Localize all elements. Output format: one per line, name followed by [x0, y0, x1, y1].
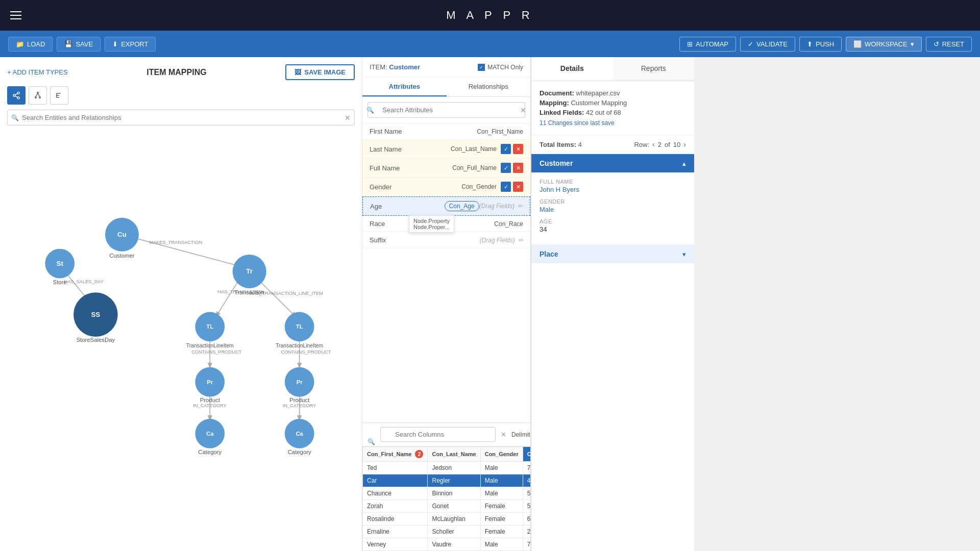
cell-gender: Male: [480, 487, 523, 500]
svg-point-7: [39, 97, 41, 98]
suffix-drag-placeholder: (Drag Fields) ✏: [480, 237, 523, 244]
total-items-text: Total Items:: [540, 141, 576, 148]
app-title: M A P P R: [446, 9, 533, 22]
firstname-badge: 2: [415, 450, 423, 458]
export-button[interactable]: ⬇ EXPORT: [105, 37, 156, 52]
hamburger-menu[interactable]: [10, 11, 21, 19]
right-tabs: Details Reports: [531, 57, 694, 81]
save-button[interactable]: 💾 SAVE: [57, 37, 101, 52]
table-row: Ted Jedson Male 72 7/29/93: [363, 462, 531, 474]
validate-button[interactable]: ✓ VALIDATE: [740, 37, 795, 52]
cell-gender: Male: [480, 538, 523, 551]
columns-search-input[interactable]: [380, 427, 496, 442]
columns-search-icon: 🔍: [368, 438, 375, 445]
columns-search-clear[interactable]: ✕: [501, 431, 506, 438]
svg-text:Tr: Tr: [246, 267, 253, 275]
attributes-list: First Name Con_First_Name Last Name Con_…: [362, 123, 530, 422]
table-row-selected: Car Regler Male 48 12/23/88: [363, 474, 531, 487]
details-content: Document: whitepaper.csv Mapping: Custom…: [531, 81, 694, 135]
of-label: of: [665, 141, 670, 148]
next-row-button[interactable]: ›: [683, 140, 686, 148]
entity-search-input[interactable]: [7, 110, 355, 126]
right-panel: Details Reports Document: whitepaper.csv…: [531, 57, 694, 551]
suffix-edit-icon[interactable]: ✏: [518, 237, 523, 244]
attr-search-clear[interactable]: ✕: [520, 106, 526, 114]
attributes-search-input[interactable]: [368, 102, 525, 118]
row-nav: Row: ‹ 2 of 10 ›: [634, 140, 686, 148]
hierarchy-icon-btn[interactable]: [29, 86, 47, 105]
fullname-label: Full Name: [540, 179, 686, 185]
match-only-checkbox[interactable]: ✓: [478, 64, 485, 71]
attr-name-gender: Gender: [370, 183, 461, 191]
svg-point-6: [35, 97, 37, 98]
main-content: + ADD ITEM TYPES ITEM MAPPING 🖼 SAVE IMA…: [0, 57, 980, 551]
cell-age: 58: [523, 487, 530, 500]
add-item-types-link[interactable]: + ADD ITEM TYPES: [7, 68, 68, 76]
attr-row-firstname: First Name Con_First_Name: [362, 123, 530, 140]
search-clear-icon[interactable]: ✕: [345, 114, 351, 122]
con-age-chip: Con_Age: [445, 201, 479, 211]
cell-age: 72: [523, 538, 530, 551]
svg-text:Product: Product: [289, 397, 310, 403]
tab-reports[interactable]: Reports: [613, 57, 695, 81]
customer-section: Customer Full Name John H Byers Gender M…: [531, 154, 694, 245]
place-chevron-icon: [682, 251, 686, 258]
validate-label: VALIDATE: [756, 40, 788, 48]
tab-attributes[interactable]: Attributes: [362, 78, 447, 96]
svg-point-0: [17, 92, 19, 94]
mapping-value: Customer Mapping: [571, 99, 627, 107]
attr-check-lastname[interactable]: ✓: [501, 144, 511, 154]
age-value: 34: [540, 226, 686, 233]
save-image-button[interactable]: 🖼 SAVE IMAGE: [285, 64, 355, 80]
columns-table: Con_First_Name 2 Con_Last_Name Con_Gende…: [362, 446, 530, 551]
cell-first: Ted: [363, 462, 428, 474]
match-only-label: MATCH Only: [487, 64, 523, 71]
svg-text:IN_CATEGORY: IN_CATEGORY: [283, 403, 316, 408]
cell-age: 54: [523, 500, 530, 513]
tooltip-line2: Node.Proper...: [413, 224, 450, 230]
place-section-header[interactable]: Place: [531, 245, 694, 263]
changes-link[interactable]: 11 Changes since last save: [540, 119, 686, 127]
attr-check-fullname[interactable]: ✓: [501, 163, 511, 173]
attr-x-gender[interactable]: ✕: [513, 182, 523, 192]
svg-text:TL: TL: [296, 323, 303, 330]
attr-x-lastname[interactable]: ✕: [513, 144, 523, 154]
linked-fields-row: Linked Fields: 42 out of 68: [540, 109, 686, 116]
reset-button[interactable]: ↺ RESET: [926, 37, 972, 52]
age-field: Age 34: [540, 218, 686, 233]
top-nav: M A P P R: [0, 0, 980, 31]
document-row: Document: whitepaper.csv: [540, 89, 686, 97]
table-row: Verney Vaudre Male 72 6/12/73: [363, 538, 531, 551]
load-button[interactable]: 📁 LOAD: [8, 37, 53, 52]
item-label: ITEM:: [370, 63, 387, 71]
svg-text:Category: Category: [198, 449, 222, 455]
attr-check-gender[interactable]: ✓: [501, 182, 511, 192]
tree-icon-btn[interactable]: [50, 86, 68, 105]
tab-relationships[interactable]: Relationships: [447, 78, 531, 96]
table-row: Ernaline Scholler Female 29 10/27/80: [363, 525, 531, 538]
customer-section-header[interactable]: Customer: [531, 154, 694, 172]
tooltip-line1: Node.Property: [413, 218, 450, 224]
workspace-button[interactable]: ⬜ WORKSPACE ▾: [846, 37, 922, 52]
linked-fields-value: 42 out of 68: [586, 109, 621, 116]
attr-x-fullname[interactable]: ✕: [513, 163, 523, 173]
automap-button[interactable]: ⊞ AUTOMAP: [679, 37, 736, 52]
tab-details[interactable]: Details: [531, 57, 613, 81]
node-property-tooltip: Node.Property Node.Proper...: [409, 215, 454, 233]
svg-text:Ca: Ca: [206, 431, 214, 437]
share-icon-btn[interactable]: [7, 86, 26, 105]
push-button[interactable]: ⬆ PUSH: [799, 37, 842, 52]
current-row: 2: [658, 141, 662, 148]
edit-icon[interactable]: ✏: [518, 203, 523, 210]
export-label: EXPORT: [121, 40, 148, 48]
attr-actions-gender: ✓ ✕: [501, 182, 523, 192]
middle-panel: ITEM: Customer ✓ MATCH Only Attributes R…: [362, 57, 531, 551]
cell-first: Car: [363, 474, 428, 487]
columns-search-row: 🔍 ✕ Delimiter:: [362, 423, 530, 446]
cell-first: Chaunce: [363, 487, 428, 500]
prev-row-button[interactable]: ‹: [652, 140, 655, 148]
cell-gender: Female: [480, 500, 523, 513]
fullname-field: Full Name John H Byers: [540, 179, 686, 193]
svg-text:Product: Product: [200, 397, 220, 403]
svg-text:TL: TL: [206, 323, 213, 330]
